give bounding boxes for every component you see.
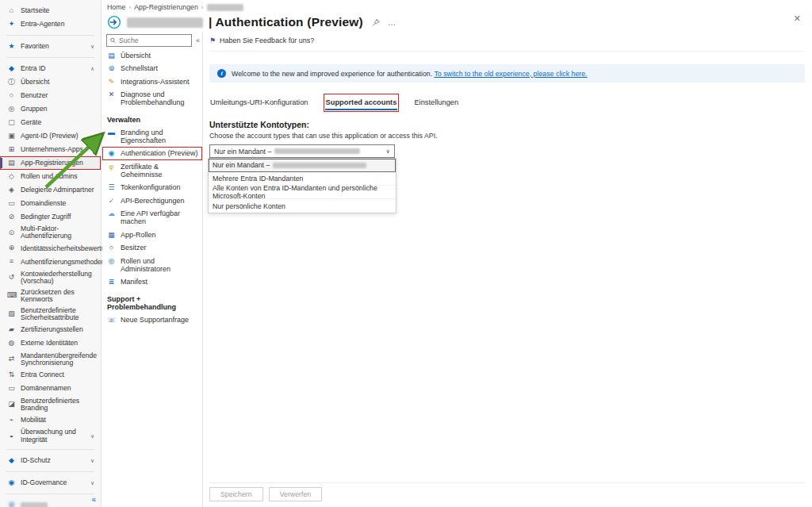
agent-badge-icon: ▣ xyxy=(7,133,16,140)
sidebar-item-id-schutz[interactable]: ◆ID-Schutz∨ xyxy=(0,454,101,467)
search-input[interactable] xyxy=(119,36,188,44)
sidebar-item-zertifizierungsstellen[interactable]: ▰Zertifizierungsstellen xyxy=(0,324,101,337)
sidebar-item-domänennamen[interactable]: ▭Domänennamen xyxy=(0,382,101,396)
panel-item-authentication-preview-[interactable]: ◉Authentication (Preview) xyxy=(102,147,202,159)
option-alle-konten-von-entra-id-mandanten-und-persönliche-microsoft-konten[interactable]: Alle Konten von Entra ID-Mandanten und p… xyxy=(209,186,396,199)
sidebar-item-rollen-und-admins[interactable]: ◇Rollen und Admins xyxy=(0,170,101,183)
sidebar-item-überwachung-und-integrität[interactable]: ◒Überwachung und Integrität∨ xyxy=(0,427,101,445)
sidebar-item-gruppen[interactable]: ◎Gruppen xyxy=(0,102,101,116)
sidebar-item-label: Geräte xyxy=(21,119,98,126)
option-nur-ein-mandant-[interactable]: Nur ein Mandant – xyxy=(209,159,396,172)
panel-item-label: Branding und Eigenschaften xyxy=(121,129,200,145)
sidebar-item-kontowiederherstellung-vorschau-[interactable]: ↺Kontowiederherstellung (Vorschau) xyxy=(0,269,101,287)
sidebar-item-startseite[interactable]: ⌂Startseite xyxy=(0,4,101,17)
panel-item-tokenkonfiguration[interactable]: ☰Tokenkonfiguration xyxy=(102,181,202,194)
sidebar-item-label: Überwachung und Integrität xyxy=(21,428,86,444)
chevron-down-icon: ∨ xyxy=(90,458,98,464)
sidebar-item-benutzerdefinierte-sicherheitsattribute[interactable]: ▧Benutzerdefinierte Sicherheitsattribute xyxy=(0,305,101,324)
feedback-link[interactable]: ⚑ Haben Sie Feedback für uns? xyxy=(209,32,805,44)
sidebar-item-mandantenübergreifende-synchronisierung[interactable]: ⇄Mandantenübergreifende Synchronisierung xyxy=(0,351,101,369)
breadcrumb-app-registrations[interactable]: App-Registrierungen xyxy=(134,3,198,11)
sidebar-item-entra-agenten[interactable]: ✦Entra-Agenten xyxy=(0,17,101,31)
account-type-select[interactable]: Nur ein Mandant – ∨ xyxy=(209,144,395,158)
pin-icon[interactable] xyxy=(372,18,380,27)
content-region: Home › App-Registrierungen › | Authentic… xyxy=(102,0,812,507)
sidebar-item-delegierte-adminpartner[interactable]: ◈Delegierte Adminpartner xyxy=(0,183,101,197)
sidebar-item-mobilität[interactable]: ⌁Mobilität xyxy=(0,413,101,427)
sidebar-item-entra-connect[interactable]: ⇅Entra Connect xyxy=(0,369,101,382)
manifest-icon: ≣ xyxy=(107,278,116,286)
tab-umleitungs-uri-konfiguration[interactable]: Umleitungs-URI-Konfiguration xyxy=(209,95,309,110)
entra-sidebar: ⌂Startseite✦Entra-Agenten★Favoriten∨◆Ent… xyxy=(0,0,102,507)
sidebar-item-authentifizierungsmethoden[interactable]: ≡Authentifizierungsmethoden xyxy=(0,255,101,269)
option-nur-persönliche-konten[interactable]: Nur persönliche Konten xyxy=(209,199,396,213)
auth-methods-icon: ≡ xyxy=(7,258,16,266)
custom-attributes-icon: ▧ xyxy=(7,310,16,318)
sidebar-item-multi-faktor-authentifizierung[interactable]: ⊙Multi-Faktor-Authentifizierung xyxy=(0,224,101,242)
sidebar-item-benutzerdefiniertes-branding[interactable]: ◪Benutzerdefiniertes Branding xyxy=(0,396,101,414)
close-icon[interactable]: ✕ xyxy=(794,13,801,24)
panel-item-app-rollen[interactable]: ▦App-Rollen xyxy=(102,229,202,241)
panel-item-label: Tokenkonfiguration xyxy=(121,183,181,191)
sidebar-item-externe-identitäten[interactable]: ◍Externe Identitäten xyxy=(0,337,101,351)
panel-item-branding-und-eigenschaften[interactable]: ▬Branding und Eigenschaften xyxy=(102,126,202,148)
discard-button[interactable]: Verwerfen xyxy=(269,487,323,501)
sidebar-item-label: Authentifizierungsmethoden xyxy=(21,259,105,266)
feedback-icon: ⚑ xyxy=(209,36,216,44)
page-title: | Authentication (Preview) xyxy=(209,15,363,29)
panel-item-schnellstart[interactable]: ⊚Schnellstart xyxy=(102,62,202,75)
sidebar-item-app-registrierungen[interactable]: ▤App-Registrierungen xyxy=(0,156,101,170)
sidebar-item-entra-id[interactable]: ◆Entra ID∧ xyxy=(0,62,101,75)
panel-item-eine-api-verfügbar-machen[interactable]: ☁Eine API verfügbar machen xyxy=(102,207,202,229)
sidebar-item-benutzer[interactable]: ○Benutzer xyxy=(0,89,101,102)
sidebar-item-label: Benutzerdefinierte Sicherheitsattribute xyxy=(21,307,98,322)
banner-text: Welcome to the new and improved experien… xyxy=(232,70,434,78)
diagnose-icon: ✕ xyxy=(107,90,116,98)
sidebar-item-bedingter-zugriff[interactable]: ⊘Bedingter Zugriff xyxy=(0,210,101,224)
sidebar-item-zurücksetzen-des-kennworts[interactable]: ⌨Zurücksetzen des Kennworts xyxy=(0,287,101,305)
enterprise-apps-icon: ⊞ xyxy=(7,146,16,154)
panel-collapse-icon[interactable]: « xyxy=(196,36,200,44)
tab-supported-accounts[interactable]: Supported accounts xyxy=(325,95,398,110)
breadcrumb-separator: › xyxy=(128,4,131,11)
panel-item-manifest[interactable]: ≣Manifest xyxy=(102,275,202,288)
sidebar-item-geräte[interactable]: ▢Geräte xyxy=(0,116,101,129)
panel-item-label: Eine API verfügbar machen xyxy=(121,209,200,226)
panel-item-neue-supportanfrage[interactable]: ☏Neue Supportanfrage xyxy=(102,313,202,326)
banner-switch-link[interactable]: To switch to the old experience, please … xyxy=(434,70,587,78)
tab-einstellungen[interactable]: Einstellungen xyxy=(413,95,459,110)
panel-item-zertifikate-geheimnisse[interactable]: φZertifikate & Geheimnisse xyxy=(102,160,202,182)
sidebar-item-favoriten[interactable]: ★Favoriten∨ xyxy=(0,40,101,53)
panel-item-label: Besitzer xyxy=(121,244,147,252)
sidebar-item-übersicht[interactable]: ⓘÜbersicht xyxy=(0,75,101,89)
panel-item-label: Rollen und Administratoren xyxy=(121,257,200,274)
sidebar-item-agent-id-preview-[interactable]: ▣Agent-ID (Preview) xyxy=(0,129,101,143)
panel-item-diagnose-und-problembehandlung[interactable]: ✕Diagnose und Problembehandlung xyxy=(102,88,202,109)
sidebar-item-domaindienste[interactable]: ▭Domaindienste xyxy=(0,197,101,210)
sidebar-collapse-icon[interactable]: « xyxy=(91,495,96,504)
panel-section-heading: Verwalten xyxy=(102,109,202,126)
sidebar-item-label: Entra Connect xyxy=(21,371,98,378)
panel-item-besitzer[interactable]: ○Besitzer xyxy=(102,241,202,254)
sidebar-item-id-governance[interactable]: ◉ID-Governance∨ xyxy=(0,476,101,490)
panel-item-übersicht[interactable]: ▤Übersicht xyxy=(102,49,202,62)
search-box[interactable] xyxy=(106,34,192,47)
panel-item-label: Schnellstart xyxy=(121,64,158,72)
page-titlebar: | Authentication (Preview) … xyxy=(102,11,812,33)
account-type-dropdown: Nur ein Mandant –Mehrere Entra ID-Mandan… xyxy=(208,158,396,213)
sidebar-item-unternehmens-apps[interactable]: ⊞Unternehmens-Apps xyxy=(0,143,101,156)
panel-item-api-berechtigungen[interactable]: ✓API-Berechtigungen xyxy=(102,194,202,207)
sidebar-item-redacted[interactable]: ⊞ xyxy=(0,498,101,507)
panel-item-integrations-assistent[interactable]: ✎Integrations-Assistent xyxy=(102,75,202,88)
supported-account-types-title: Unterstützte Kontotypen: xyxy=(209,120,805,129)
expose-api-icon: ☁ xyxy=(107,209,116,217)
breadcrumb-home[interactable]: Home xyxy=(107,3,125,11)
more-actions-icon[interactable]: … xyxy=(388,18,396,27)
sidebar-item-identitätssicherheitsbewertung[interactable]: ⊕Identitätssicherheitsbewertung xyxy=(0,242,101,255)
wizard-icon: ✎ xyxy=(107,78,116,86)
select-chevron-icon: ∨ xyxy=(386,148,391,155)
external-identities-icon: ◍ xyxy=(7,340,16,348)
panel-item-rollen-und-administratoren[interactable]: ◎Rollen und Administratoren xyxy=(102,255,202,276)
domain-services-icon: ▭ xyxy=(7,200,16,208)
save-button[interactable]: Speichern xyxy=(209,487,263,501)
